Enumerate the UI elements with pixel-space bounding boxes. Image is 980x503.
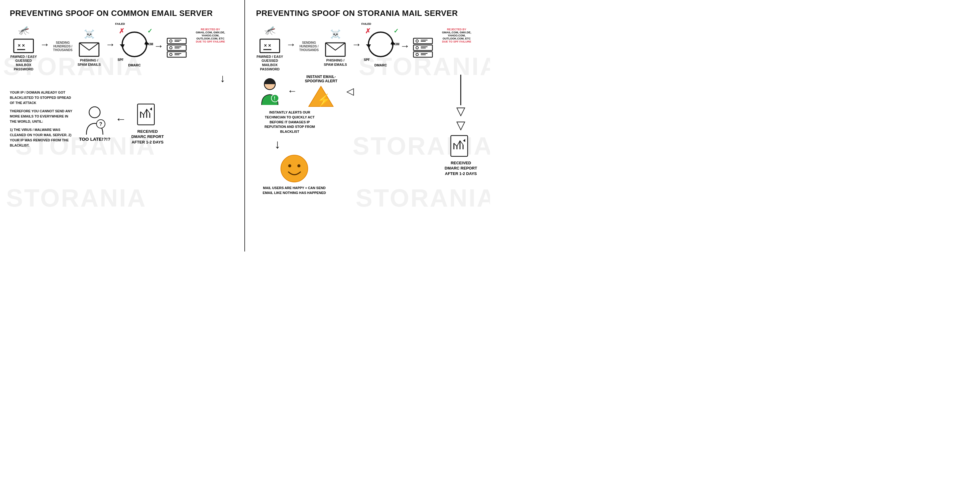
r-rejected-domains: GMAIL.COM, GMX.DE, YAHOO.COM, OUTLOOK.CO… (437, 31, 477, 40)
pawned-label: Pawned / Easy Guessed Mailbox Password (10, 55, 37, 71)
down-arrow-wrap: ↓ (10, 73, 235, 84)
left-panel-title: PREVENTING SPOOF ON COMMON EMAIL SERVER (10, 9, 235, 18)
r-pawned-label: Pawned / Easy Guessed Mailbox Password (256, 55, 283, 71)
left-flow-row: 🦟 × × Pawned / Easy Guessed Mailbox Pass… (10, 25, 235, 71)
report-icon (136, 103, 159, 127)
hollow-arrow-right: ◁ (346, 86, 354, 97)
r-failed-label: FAILED (361, 22, 371, 25)
r-report-icon (449, 134, 472, 159)
sending-label: Sending Hundreds / Thousands (52, 41, 73, 52)
blacklist-p1: YOUR IP / DOMAIN ALREADY GOT BLACKLISTED… (10, 90, 74, 106)
person-green-badge: ! (256, 78, 283, 105)
r-phishing-icon (325, 40, 346, 57)
blacklist-p2: THEREFORE YOU CANNOT SEND ANY MORE EMAIL… (10, 109, 74, 124)
svg-point-51 (288, 164, 291, 167)
r-mailbox-icon: × × (259, 37, 280, 54)
r-report-wrap: RECEIVED DMARC REPORT AFTER 1-2 DAYS (445, 134, 477, 176)
alert-triangle-icon: ⚡ (308, 85, 334, 108)
svg-point-18 (89, 107, 100, 118)
report-wrap: RECEIVED DMARC REPORT AFTER 1-2 DAYS (131, 103, 164, 145)
hollow-down-arrow-1: ▽ (456, 105, 465, 117)
person-icon-right: ! (256, 78, 283, 105)
due-to-spf: DUE TO SPF FAILURE (191, 40, 230, 43)
blacklist-p3: 1) THE VIRUS / MALWARE WAS CLEANED ON YO… (10, 127, 74, 148)
tech-label: INSTANTLY ALERTS OUR TECHNICIAN TO QUICK… (259, 110, 320, 135)
r-check-mark-dkim: ✓ (393, 28, 399, 34)
mailbox-icon: × × (13, 37, 34, 54)
svg-rect-53 (451, 136, 468, 156)
arrow-3: → (154, 41, 164, 55)
dkim-label: DKIM (145, 43, 153, 46)
r-server-item: REJECTED BY GMAIL.COM, GMX.DE, YAHOO.COM… (412, 37, 434, 59)
dmarc-label: DMARC (128, 63, 141, 67)
left-panel: STORANiA STORANiA STORANiA PREVENTING SP… (0, 0, 245, 252)
right-panel-title: PREVENTING SPOOF ON STORANIA MAIL SERVER (256, 9, 480, 18)
bottom-icons-row: ? TOO LATE!?!? ← (79, 96, 164, 151)
svg-rect-21 (137, 104, 154, 125)
left-arrow-bottom: ← (115, 113, 126, 125)
vert-line (460, 75, 461, 105)
r-down-arrow: ↓ (274, 137, 280, 151)
svg-text:?: ? (99, 121, 102, 127)
x-mark-spf: ✗ (119, 28, 124, 35)
svg-text:⚡: ⚡ (317, 93, 331, 107)
r-dmarc-item: FAILED ✗ ✓ SPF DKIM DMARC (364, 29, 398, 67)
svg-point-52 (298, 164, 301, 167)
vertical-flow: ▽ ▽ RECEIVED (448, 75, 477, 176)
alert-title: INSTANT EMAIL-SPOOFING ALERT (301, 75, 342, 83)
rejected-domains: GMAIL.COM, GMX.DE, YAHOO.COM, OUTLOOK.CO… (191, 31, 230, 40)
r-skull-icon: ☠️ (330, 29, 341, 39)
page: STORANiA STORANiA STORANiA PREVENTING SP… (0, 0, 490, 252)
server-item: REJECTED BY GMAIL.COM, GMX.DE, YAHOO.COM… (166, 37, 188, 59)
svg-point-50 (281, 155, 308, 182)
r-arrow-3: → (400, 41, 410, 55)
server-icon (166, 37, 188, 59)
alert-section: INSTANT EMAIL-SPOOFING ALERT ⚡ (301, 75, 342, 108)
r-rejected-by-label: REJECTED BY (437, 28, 477, 31)
phishing-icon (78, 40, 100, 57)
r-spf-label: SPF (364, 58, 370, 62)
phishing-item: ☠️ Phishing / Spam Emails (75, 29, 103, 67)
r-bug-icon: 🦟 (264, 25, 275, 35)
right-panel: STORANiA STORANiA STORANiA PREVENTING SP… (245, 0, 490, 252)
phishing-label: Phishing / Spam Emails (75, 59, 103, 67)
r-sending-label: Sending Hundreds / Thousands (298, 41, 320, 52)
r-report-label: RECEIVED DMARC REPORT AFTER 1-2 DAYS (445, 160, 477, 176)
rejected-box: REJECTED BY GMAIL.COM, GMX.DE, YAHOO.COM… (191, 28, 230, 43)
hollow-down-arrow-2: ▽ (456, 119, 465, 131)
r-server-icon (412, 37, 434, 59)
r-due-to-spf: DUE TO SPF FAILURE (437, 40, 477, 43)
svg-text:× ×: × × (264, 43, 271, 48)
bug-icon: 🦟 (18, 25, 29, 35)
too-late-label: TOO LATE!?!? (79, 136, 111, 142)
failed-label: FAILED (115, 22, 125, 25)
blacklist-text: YOUR IP / DOMAIN ALREADY GOT BLACKLISTED… (10, 90, 74, 151)
left-arrow-to-person: ← (287, 86, 297, 97)
right-right-col: ▽ ▽ RECEIVED (354, 75, 477, 196)
arrow-2: → (105, 40, 115, 57)
pawned-item: 🦟 × × Pawned / Easy Guessed Mailbox Pass… (10, 25, 37, 71)
r-pawned-item: 🦟 × × Pawned / Easy Guessed Mailbox Pass… (256, 25, 283, 71)
arrow-1: → (40, 40, 49, 57)
person-question-icon: ? (81, 106, 108, 135)
down-arrow: ↓ (220, 73, 225, 84)
r-arrow-1: → (286, 40, 296, 57)
smiley-icon (280, 154, 309, 183)
dmarc-item: FAILED ✗ ✓ SPF DKIM DMARC (118, 29, 151, 67)
person-wrap: ? TOO LATE!?!? (79, 106, 111, 142)
rejected-by-label: REJECTED BY (191, 28, 230, 31)
r-phishing-item: ☠️ Phishing / Spam Emails (321, 29, 349, 67)
smiley-wrap: MAIL USERS ARE HAPPY + CAN SEND EMAIL LI… (259, 154, 329, 195)
right-flow-row: 🦟 × × Pawned / Easy Guessed Mailbox Pass… (256, 25, 480, 71)
right-bottom: ! ← INSTANT EMAIL-SPOOFING ALERT ⚡ (256, 75, 480, 196)
person-alert-row: ! ← INSTANT EMAIL-SPOOFING ALERT ⚡ (256, 75, 354, 108)
right-left-col: ! ← INSTANT EMAIL-SPOOFING ALERT ⚡ (256, 75, 354, 196)
r-arrow-2: → (352, 40, 361, 57)
r-x-mark-spf: ✗ (365, 28, 371, 35)
report-label: RECEIVED DMARC REPORT AFTER 1-2 DAYS (131, 129, 164, 145)
check-mark-dkim: ✓ (147, 28, 153, 34)
left-bottom-section: YOUR IP / DOMAIN ALREADY GOT BLACKLISTED… (10, 90, 235, 151)
r-dmarc-label: DMARC (375, 63, 387, 67)
r-rejected-box: REJECTED BY GMAIL.COM, GMX.DE, YAHOO.COM… (437, 28, 477, 43)
r-dkim-label: DKIM (391, 43, 399, 46)
